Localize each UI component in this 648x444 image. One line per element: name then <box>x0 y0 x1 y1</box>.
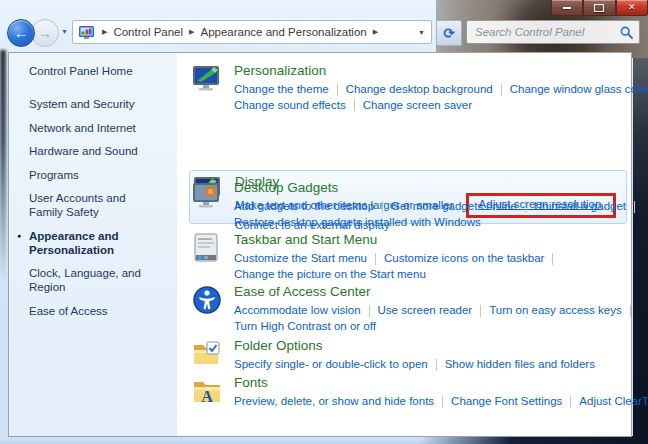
link-adjust-cleartype-text[interactable]: Adjust ClearType text <box>579 394 648 410</box>
section-desktop-gadgets: Desktop Gadgets Add gadgets to the deskt… <box>191 180 643 230</box>
link-turn-on-easy-access-keys[interactable]: Turn on easy access keys <box>489 303 622 319</box>
link-customize-taskbar-icons[interactable]: Customize icons on the taskbar <box>384 251 544 267</box>
link-restore-desktop-gadgets[interactable]: Restore desktop gadgets installed with W… <box>234 215 481 231</box>
section-taskbar-and-start-menu: Taskbar and Start Menu Customize the Sta… <box>191 232 561 282</box>
sidebar-item-system-and-security[interactable]: System and Security <box>29 95 161 113</box>
sidebar-item-control-panel-home[interactable]: Control Panel Home <box>29 65 169 77</box>
link-preview-delete-show-hide-fonts[interactable]: Preview, delete, or show and hide fonts <box>234 394 434 410</box>
fonts-icon: A <box>191 375 223 407</box>
control-panel-icon <box>79 26 94 39</box>
section-title[interactable]: Desktop Gadgets <box>234 180 643 195</box>
link-change-the-theme[interactable]: Change the theme <box>234 82 329 98</box>
sidebar-item-clock-language-and-region[interactable]: Clock, Language, and Region <box>29 264 161 296</box>
breadcrumb-arrow-icon[interactable]: ▶ <box>189 28 194 36</box>
refresh-button[interactable]: ⟳ <box>436 20 462 46</box>
sidebar: Control Panel Home System and Security N… <box>9 53 177 436</box>
section-title[interactable]: Ease of Access Center <box>234 284 639 299</box>
section-title[interactable]: Taskbar and Start Menu <box>234 232 561 247</box>
sidebar-item-network-and-internet[interactable]: Network and Internet <box>29 119 161 137</box>
link-customize-start-menu[interactable]: Customize the Start menu <box>234 251 367 267</box>
refresh-icon: ⟳ <box>443 25 455 41</box>
taskbar-start-menu-icon <box>191 232 223 264</box>
link-specify-single-or-double-click[interactable]: Specify single- or double-click to open <box>234 357 428 373</box>
search-box <box>466 20 640 44</box>
link-accommodate-low-vision[interactable]: Accommodate low vision <box>234 303 361 319</box>
section-ease-of-access-center: Ease of Access Center Accommodate low vi… <box>191 284 639 334</box>
link-add-gadgets-to-desktop[interactable]: Add gadgets to the desktop <box>234 199 374 215</box>
sidebar-item-appearance-and-personalization[interactable]: ● Appearance and Personalization <box>29 227 161 259</box>
forward-button[interactable]: → <box>31 19 59 47</box>
minimize-button[interactable] <box>551 0 583 16</box>
link-use-screen-reader[interactable]: Use screen reader <box>378 303 473 319</box>
breadcrumb-arrow-icon: ▶ <box>102 28 107 36</box>
link-get-more-gadgets-online[interactable]: Get more gadgets online <box>391 199 517 215</box>
minimize-icon <box>563 7 571 9</box>
desktop-backdrop-left <box>0 50 6 280</box>
back-arrow-icon: ← <box>14 25 28 41</box>
maximize-icon <box>594 4 604 12</box>
link-show-hidden-files-and-folders[interactable]: Show hidden files and folders <box>445 357 595 373</box>
maximize-button[interactable] <box>583 0 615 16</box>
navigation-toolbar: ← → ▼ ▶ Control Panel ▶ Appearance and P… <box>0 18 648 48</box>
close-button[interactable]: ✕ <box>616 0 648 16</box>
search-icon[interactable] <box>620 26 633 39</box>
recent-pages-dropdown-icon[interactable]: ▼ <box>61 28 68 35</box>
breadcrumb-item-control-panel[interactable]: Control Panel <box>113 26 183 38</box>
breadcrumb[interactable]: ▶ Control Panel ▶ Appearance and Persona… <box>72 20 432 44</box>
section-title[interactable]: Fonts <box>234 375 648 390</box>
titlebar-buttons: ✕ <box>551 0 648 15</box>
link-change-screen-saver[interactable]: Change screen saver <box>363 98 472 114</box>
ease-of-access-icon <box>191 284 223 316</box>
close-icon: ✕ <box>628 3 636 12</box>
back-button[interactable]: ← <box>7 19 35 47</box>
link-change-sound-effects[interactable]: Change sound effects <box>234 98 346 114</box>
link-change-desktop-background[interactable]: Change desktop background <box>346 82 493 98</box>
section-personalization: Personalization Change the theme Change … <box>191 63 648 113</box>
folder-options-icon <box>191 338 223 370</box>
link-change-start-menu-picture[interactable]: Change the picture on the Start menu <box>234 267 426 283</box>
link-change-font-settings[interactable]: Change Font Settings <box>451 394 562 410</box>
forward-arrow-icon: → <box>38 25 52 41</box>
breadcrumb-arrow-icon[interactable]: ▶ <box>373 28 378 36</box>
content-area: Control Panel Home System and Security N… <box>8 52 632 437</box>
section-title[interactable]: Folder Options <box>234 338 595 353</box>
breadcrumb-item-appearance-and-personalization[interactable]: Appearance and Personalization <box>200 26 366 38</box>
desktop-gadgets-icon <box>191 180 223 212</box>
sidebar-item-hardware-and-sound[interactable]: Hardware and Sound <box>29 142 161 160</box>
link-uninstall-a-gadget[interactable]: Uninstall a gadget <box>534 199 626 215</box>
svg-text:A: A <box>201 388 213 405</box>
sidebar-item-programs[interactable]: Programs <box>29 166 161 184</box>
breadcrumb-dropdown-icon[interactable]: ▼ <box>418 29 427 36</box>
personalization-icon <box>191 63 223 95</box>
section-fonts: A Fonts Preview, delete, or show and hid… <box>191 375 648 410</box>
link-change-window-glass-colors[interactable]: Change window glass colors <box>510 82 648 98</box>
search-input[interactable] <box>473 25 620 39</box>
active-bullet-icon: ● <box>17 229 21 243</box>
section-folder-options: Folder Options Specify single- or double… <box>191 338 595 373</box>
link-turn-high-contrast-on-or-off[interactable]: Turn High Contrast on or off <box>234 319 376 335</box>
section-title[interactable]: Personalization <box>234 63 648 78</box>
desktop-backdrop-bottom <box>420 436 648 444</box>
sidebar-item-ease-of-access[interactable]: Ease of Access <box>29 302 161 320</box>
sidebar-item-user-accounts-and-family-safety[interactable]: User Accounts and Family Safety <box>29 189 161 221</box>
main-panel: Personalization Change the theme Change … <box>177 53 631 436</box>
